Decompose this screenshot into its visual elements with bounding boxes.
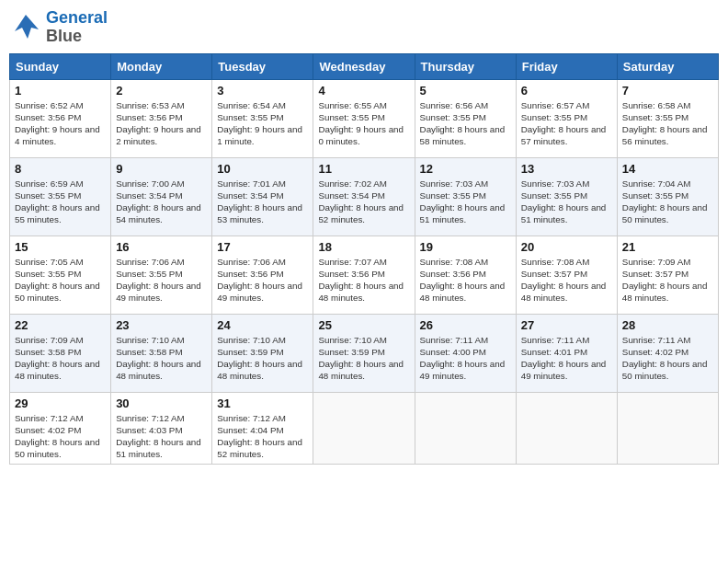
day-number: 23 (116, 318, 207, 332)
calendar-cell: 4 Sunrise: 6:55 AMSunset: 3:55 PMDayligh… (313, 79, 415, 157)
calendar-cell: 25 Sunrise: 7:10 AMSunset: 3:59 PMDaylig… (313, 314, 415, 392)
calendar-cell: 16 Sunrise: 7:06 AMSunset: 3:55 PMDaylig… (111, 236, 212, 314)
day-detail: Sunrise: 6:52 AMSunset: 3:56 PMDaylight:… (15, 99, 106, 148)
day-number: 19 (420, 240, 511, 254)
logo-text: GeneralBlue (46, 9, 108, 46)
calendar-cell: 31 Sunrise: 7:12 AMSunset: 4:04 PMDaylig… (212, 392, 313, 465)
day-number: 15 (15, 240, 106, 254)
day-detail: Sunrise: 7:03 AMSunset: 3:55 PMDaylight:… (521, 178, 612, 226)
calendar-cell: 27 Sunrise: 7:11 AMSunset: 4:01 PMDaylig… (516, 314, 617, 392)
calendar-cell: 26 Sunrise: 7:11 AMSunset: 4:00 PMDaylig… (415, 314, 516, 392)
day-detail: Sunrise: 7:09 AMSunset: 3:58 PMDaylight:… (15, 334, 106, 383)
calendar-cell: 9 Sunrise: 7:00 AMSunset: 3:54 PMDayligh… (111, 157, 212, 236)
day-detail: Sunrise: 7:00 AMSunset: 3:54 PMDaylight:… (116, 178, 207, 226)
weekday-header-thursday: Thursday (415, 53, 516, 79)
day-number: 21 (622, 240, 713, 254)
calendar-cell (313, 392, 415, 465)
day-detail: Sunrise: 7:04 AMSunset: 3:55 PMDaylight:… (622, 178, 713, 226)
calendar-cell (617, 392, 718, 465)
day-number: 2 (116, 84, 207, 98)
day-number: 11 (318, 162, 409, 176)
day-number: 9 (116, 162, 207, 176)
day-detail: Sunrise: 7:11 AMSunset: 4:01 PMDaylight:… (521, 334, 612, 383)
day-detail: Sunrise: 6:56 AMSunset: 3:55 PMDaylight:… (420, 99, 511, 148)
day-number: 4 (318, 84, 409, 98)
weekday-header-wednesday: Wednesday (313, 53, 415, 79)
day-number: 31 (217, 396, 308, 410)
day-detail: Sunrise: 7:12 AMSunset: 4:04 PMDaylight:… (217, 412, 308, 461)
day-detail: Sunrise: 7:11 AMSunset: 4:00 PMDaylight:… (420, 334, 511, 383)
day-number: 1 (15, 84, 106, 98)
day-number: 14 (622, 162, 713, 176)
day-number: 22 (15, 318, 106, 332)
day-detail: Sunrise: 7:12 AMSunset: 4:02 PMDaylight:… (15, 412, 106, 461)
day-detail: Sunrise: 7:09 AMSunset: 3:57 PMDaylight:… (622, 256, 713, 304)
day-number: 29 (15, 396, 106, 410)
day-number: 5 (420, 84, 511, 98)
day-detail: Sunrise: 6:53 AMSunset: 3:56 PMDaylight:… (116, 99, 207, 148)
calendar-cell: 14 Sunrise: 7:04 AMSunset: 3:55 PMDaylig… (617, 157, 718, 236)
logo-icon (9, 11, 42, 44)
calendar-cell: 13 Sunrise: 7:03 AMSunset: 3:55 PMDaylig… (516, 157, 617, 236)
day-detail: Sunrise: 7:11 AMSunset: 4:02 PMDaylight:… (622, 334, 713, 383)
day-number: 8 (15, 162, 106, 176)
calendar-cell: 5 Sunrise: 6:56 AMSunset: 3:55 PMDayligh… (415, 79, 516, 157)
svg-marker-0 (15, 15, 39, 39)
day-detail: Sunrise: 6:57 AMSunset: 3:55 PMDaylight:… (521, 99, 612, 148)
calendar-cell: 15 Sunrise: 7:05 AMSunset: 3:55 PMDaylig… (10, 236, 111, 314)
calendar-cell: 28 Sunrise: 7:11 AMSunset: 4:02 PMDaylig… (617, 314, 718, 392)
day-detail: Sunrise: 6:54 AMSunset: 3:55 PMDaylight:… (217, 99, 308, 148)
calendar-cell: 11 Sunrise: 7:02 AMSunset: 3:54 PMDaylig… (313, 157, 415, 236)
calendar-cell: 10 Sunrise: 7:01 AMSunset: 3:54 PMDaylig… (212, 157, 313, 236)
weekday-header-monday: Monday (111, 53, 212, 79)
day-number: 25 (318, 318, 409, 332)
day-detail: Sunrise: 6:55 AMSunset: 3:55 PMDaylight:… (318, 99, 409, 148)
calendar-cell: 6 Sunrise: 6:57 AMSunset: 3:55 PMDayligh… (516, 79, 617, 157)
day-number: 13 (521, 162, 612, 176)
day-number: 18 (318, 240, 409, 254)
calendar-cell: 17 Sunrise: 7:06 AMSunset: 3:56 PMDaylig… (212, 236, 313, 314)
calendar-cell: 21 Sunrise: 7:09 AMSunset: 3:57 PMDaylig… (617, 236, 718, 314)
day-number: 20 (521, 240, 612, 254)
calendar-cell: 30 Sunrise: 7:12 AMSunset: 4:03 PMDaylig… (111, 392, 212, 465)
day-detail: Sunrise: 7:02 AMSunset: 3:54 PMDaylight:… (318, 178, 409, 226)
day-number: 17 (217, 240, 308, 254)
day-detail: Sunrise: 7:01 AMSunset: 3:54 PMDaylight:… (217, 178, 308, 226)
weekday-header-sunday: Sunday (10, 53, 111, 79)
day-detail: Sunrise: 7:08 AMSunset: 3:57 PMDaylight:… (521, 256, 612, 304)
day-detail: Sunrise: 7:10 AMSunset: 3:59 PMDaylight:… (318, 334, 409, 383)
day-detail: Sunrise: 7:08 AMSunset: 3:56 PMDaylight:… (420, 256, 511, 304)
day-number: 30 (116, 396, 207, 410)
day-number: 10 (217, 162, 308, 176)
day-number: 26 (420, 318, 511, 332)
calendar-cell (516, 392, 617, 465)
calendar-cell (415, 392, 516, 465)
day-number: 12 (420, 162, 511, 176)
calendar-cell: 12 Sunrise: 7:03 AMSunset: 3:55 PMDaylig… (415, 157, 516, 236)
day-number: 7 (622, 84, 713, 98)
calendar-cell: 29 Sunrise: 7:12 AMSunset: 4:02 PMDaylig… (10, 392, 111, 465)
logo: GeneralBlue (9, 9, 108, 46)
day-number: 27 (521, 318, 612, 332)
calendar-cell: 2 Sunrise: 6:53 AMSunset: 3:56 PMDayligh… (111, 79, 212, 157)
day-number: 24 (217, 318, 308, 332)
day-detail: Sunrise: 6:59 AMSunset: 3:55 PMDaylight:… (15, 178, 106, 226)
day-number: 16 (116, 240, 207, 254)
day-detail: Sunrise: 7:12 AMSunset: 4:03 PMDaylight:… (116, 412, 207, 461)
calendar-cell: 20 Sunrise: 7:08 AMSunset: 3:57 PMDaylig… (516, 236, 617, 314)
calendar-cell: 7 Sunrise: 6:58 AMSunset: 3:55 PMDayligh… (617, 79, 718, 157)
weekday-header-friday: Friday (516, 53, 617, 79)
day-detail: Sunrise: 7:06 AMSunset: 3:55 PMDaylight:… (116, 256, 207, 304)
day-detail: Sunrise: 7:07 AMSunset: 3:56 PMDaylight:… (318, 256, 409, 304)
day-number: 6 (521, 84, 612, 98)
calendar-cell: 8 Sunrise: 6:59 AMSunset: 3:55 PMDayligh… (10, 157, 111, 236)
day-detail: Sunrise: 7:10 AMSunset: 3:58 PMDaylight:… (116, 334, 207, 383)
calendar-cell: 3 Sunrise: 6:54 AMSunset: 3:55 PMDayligh… (212, 79, 313, 157)
page-header: GeneralBlue (9, 9, 719, 46)
day-detail: Sunrise: 7:05 AMSunset: 3:55 PMDaylight:… (15, 256, 106, 304)
day-detail: Sunrise: 7:06 AMSunset: 3:56 PMDaylight:… (217, 256, 308, 304)
day-detail: Sunrise: 7:10 AMSunset: 3:59 PMDaylight:… (217, 334, 308, 383)
calendar-cell: 22 Sunrise: 7:09 AMSunset: 3:58 PMDaylig… (10, 314, 111, 392)
day-detail: Sunrise: 6:58 AMSunset: 3:55 PMDaylight:… (622, 99, 713, 148)
calendar-cell: 1 Sunrise: 6:52 AMSunset: 3:56 PMDayligh… (10, 79, 111, 157)
